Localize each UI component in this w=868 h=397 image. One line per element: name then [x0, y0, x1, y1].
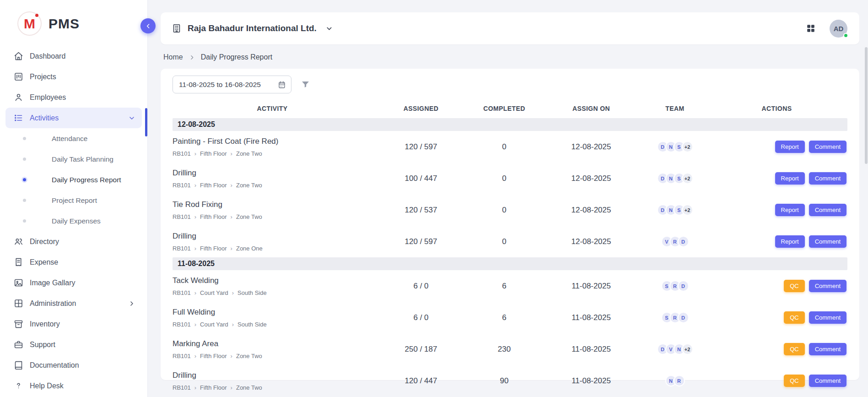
date-range-input[interactable]: 11-08-2025 to 16-08-2025 [173, 76, 291, 93]
comment-button[interactable]: Comment [809, 280, 846, 292]
page-scrollbar-thumb[interactable] [865, 47, 868, 164]
sidebar-scrollbar-thumb[interactable] [145, 108, 147, 136]
sidebar-item-projects[interactable]: Projects [5, 66, 142, 87]
actions-cell: QCComment [706, 343, 847, 355]
actions-cell: QCComment [706, 375, 847, 387]
chevron-left-icon [145, 22, 152, 30]
documentation-icon [14, 360, 23, 370]
comment-button[interactable]: Comment [809, 235, 846, 248]
comment-button[interactable]: Comment [809, 204, 846, 216]
activity-path: RB101›Fifth Floor›Zone Two [173, 353, 372, 359]
activity-path: RB101›Court Yard›South Side [173, 289, 372, 296]
path-chevron-icon: › [194, 290, 196, 296]
path-segment: Zone Two [236, 150, 262, 157]
team-cell: NR [644, 375, 706, 386]
comment-button[interactable]: Comment [809, 172, 846, 185]
sidebar-item-image-gallary[interactable]: Image Gallary [5, 272, 142, 293]
activity-title: Marking Area [173, 339, 372, 348]
team-cell: DNS+2 [644, 204, 706, 216]
qc-button[interactable]: QC [784, 375, 805, 387]
sidebar-item-documentation[interactable]: Documentation [5, 355, 142, 375]
column-header: COMPLETED [470, 105, 539, 112]
company-name: Raja Bahadur International Ltd. [188, 23, 317, 33]
sidebar-subitem-daily-task-planning[interactable]: Daily Task Planning [5, 149, 142, 169]
report-button[interactable]: Report [775, 204, 805, 216]
main-area: Raja Bahadur International Ltd. AD Home … [148, 0, 868, 397]
sidebar-item-label: Expense [30, 258, 58, 266]
sidebar-nav: DashboardProjectsEmployeesActivitiesAtte… [0, 46, 147, 396]
path-segment: Fifth Floor [200, 384, 227, 391]
sidebar-collapse-button[interactable] [140, 18, 156, 33]
comment-button[interactable]: Comment [809, 311, 846, 324]
sidebar: M PMS DashboardProjectsEmployeesActiviti… [0, 0, 148, 397]
path-chevron-icon: › [231, 151, 232, 157]
path-segment: Fifth Floor [200, 150, 227, 157]
sidebar-item-employees[interactable]: Employees [5, 87, 142, 108]
apps-grid-icon[interactable] [806, 23, 816, 33]
completed-value: 0 [470, 142, 539, 152]
sidebar-subitem-daily-expenses[interactable]: Daily Expenses [5, 211, 142, 231]
logo-icon: M [17, 11, 42, 36]
filter-icon[interactable] [301, 80, 310, 89]
activity-cell: Painting - First Coat (Fire Red)RB101›Fi… [173, 137, 372, 157]
sidebar-item-directory[interactable]: Directory [5, 231, 142, 252]
sidebar-item-support[interactable]: Support [5, 334, 142, 355]
report-button[interactable]: Report [775, 235, 805, 248]
sidebar-subitem-label: Daily Expenses [52, 217, 101, 225]
filter-row: 11-08-2025 to 16-08-2025 [173, 76, 847, 93]
report-button[interactable]: Report [775, 172, 805, 185]
sidebar-item-label: Help Desk [30, 382, 64, 390]
breadcrumb-home-link[interactable]: Home [163, 53, 183, 61]
activity-cell: Full WeldingRB101›Court Yard›South Side [173, 308, 372, 328]
sidebar-item-activities[interactable]: Activities [5, 108, 142, 128]
sidebar-item-expense[interactable]: Expense [5, 252, 142, 272]
assigned-value: 6 / 0 [372, 313, 470, 322]
path-chevron-icon: › [231, 245, 232, 251]
chevron-down-icon [325, 25, 333, 33]
actions-cell: ReportComment [706, 141, 847, 153]
activity-cell: DrillingRB101›Fifth Floor›Zone One [173, 232, 372, 252]
qc-button[interactable]: QC [784, 311, 805, 324]
activity-cell: Tie Rod FixingRB101›Fifth Floor›Zone Two [173, 200, 372, 220]
assigned-value: 120 / 447 [372, 376, 470, 386]
team-member-badge: D [678, 312, 689, 323]
sidebar-item-label: Activities [30, 114, 59, 122]
comment-button[interactable]: Comment [809, 343, 846, 355]
sidebar-subitem-project-report[interactable]: Project Report [5, 190, 142, 211]
assigned-value: 100 / 447 [372, 174, 470, 183]
projects-icon [14, 72, 23, 82]
sidebar-item-help-desk[interactable]: Help Desk [5, 375, 142, 396]
path-segment: Zone Two [236, 353, 262, 359]
activity-title: Drilling [173, 232, 372, 241]
actions-cell: ReportComment [706, 235, 847, 248]
path-segment: Court Yard [200, 321, 228, 328]
path-segment: RB101 [173, 321, 191, 328]
activity-title: Drilling [173, 371, 372, 380]
table-row: Tack WeldingRB101›Court Yard›South Side6… [173, 270, 847, 302]
path-chevron-icon: › [194, 353, 196, 359]
sidebar-subitem-daily-progress-report[interactable]: Daily Progress Report [5, 169, 142, 190]
path-segment: South Side [237, 289, 267, 296]
sidebar-item-administration[interactable]: Administration [5, 293, 142, 314]
table-row: Full WeldingRB101›Court Yard›South Side6… [173, 302, 847, 333]
date-range-value: 11-08-2025 to 16-08-2025 [179, 81, 261, 89]
path-segment: South Side [237, 321, 267, 328]
comment-button[interactable]: Comment [809, 375, 846, 387]
path-chevron-icon: › [194, 321, 196, 327]
activity-title: Full Welding [173, 308, 372, 317]
chevron-right-icon [128, 300, 135, 307]
sidebar-item-inventory[interactable]: Inventory [5, 314, 142, 334]
path-chevron-icon: › [232, 290, 234, 296]
comment-button[interactable]: Comment [809, 141, 846, 153]
sidebar-item-dashboard[interactable]: Dashboard [5, 46, 142, 66]
qc-button[interactable]: QC [784, 280, 805, 292]
path-segment: RB101 [173, 353, 191, 359]
qc-button[interactable]: QC [784, 343, 805, 355]
report-button[interactable]: Report [775, 141, 805, 153]
sidebar-subitem-attendance[interactable]: Attendance [5, 128, 142, 149]
company-selector[interactable]: Raja Bahadur International Ltd. [172, 23, 333, 33]
column-header: ACTIVITY [173, 105, 372, 112]
user-avatar[interactable]: AD [830, 20, 847, 38]
path-segment: Zone Two [236, 182, 262, 189]
team-extra-badge: +2 [682, 141, 693, 152]
